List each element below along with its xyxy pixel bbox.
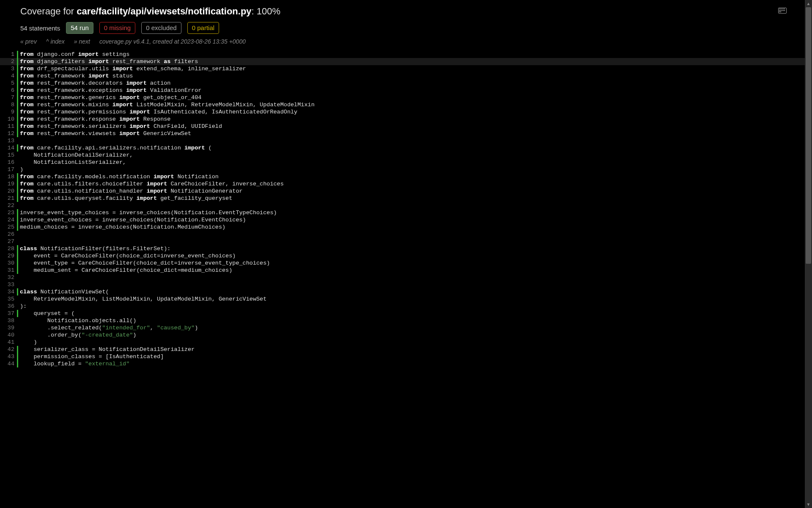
source-line[interactable]: 34class NotificationViewSet( <box>0 288 812 295</box>
source-line[interactable]: 43 permission_classes = [IsAuthenticated… <box>0 353 812 360</box>
source-line[interactable]: 35 RetrieveModelMixin, ListModelMixin, U… <box>0 295 812 303</box>
line-number: 23 <box>0 209 17 216</box>
source-line[interactable]: 28class NotificationFilter(filters.Filte… <box>0 245 812 252</box>
source-line[interactable]: 6from rest_framework.exceptions import V… <box>0 87 812 94</box>
excluded-pill[interactable]: 0 excluded <box>141 22 181 34</box>
line-number: 13 <box>0 137 17 144</box>
coverage-meta: coverage.py v6.4.1, created at 2023-08-2… <box>99 38 246 45</box>
source-line[interactable]: 42 serializer_class = NotificationDetail… <box>0 346 812 353</box>
source-line[interactable]: 31 medium_sent = CareChoiceFilter(choice… <box>0 267 812 274</box>
prev-link[interactable]: « prev <box>20 38 37 45</box>
code-text: from rest_framework.mixins import ListMo… <box>18 101 315 108</box>
line-number: 18 <box>0 173 17 180</box>
code-text: from rest_framework.decorators import ac… <box>18 80 170 87</box>
source-line[interactable]: 15 NotificationDetailSerializer, <box>0 152 812 159</box>
source-line[interactable]: 36): <box>0 303 812 310</box>
code-text: inverse_event_choices = inverse_choices(… <box>18 216 246 224</box>
code-text: ) <box>18 166 23 173</box>
source-line[interactable]: 17) <box>0 166 812 173</box>
run-pill[interactable]: 54 run <box>66 22 93 34</box>
scroll-up-arrow-icon[interactable]: ▲ <box>805 0 812 7</box>
line-number: 19 <box>0 180 17 188</box>
source-line[interactable]: 29 event = CareChoiceFilter(choice_dict=… <box>0 252 812 260</box>
source-line[interactable]: 21from care.utils.queryset.facility impo… <box>0 195 812 202</box>
line-number: 26 <box>0 231 17 238</box>
line-number: 10 <box>0 116 17 123</box>
source-line[interactable]: 8from rest_framework.mixins import ListM… <box>0 101 812 108</box>
keyboard-shortcuts-icon[interactable] <box>778 8 787 14</box>
source-line[interactable]: 4from rest_framework import status <box>0 72 812 80</box>
scroll-track[interactable] <box>805 7 812 367</box>
source-line[interactable]: 11from rest_framework.serializers import… <box>0 123 812 130</box>
source-line[interactable]: 33 <box>0 281 812 288</box>
code-text: NotificationListSerializer, <box>18 159 126 166</box>
source-line[interactable]: 23inverse_event_type_choices = inverse_c… <box>0 209 812 216</box>
source-line[interactable]: 10from rest_framework.response import Re… <box>0 116 812 123</box>
source-line[interactable]: 44 lookup_field = "external_id" <box>0 360 812 367</box>
source-line[interactable]: 40 .order_by("-created_date") <box>0 331 812 339</box>
source-line[interactable]: 27 <box>0 238 812 245</box>
code-text <box>18 202 20 209</box>
index-link[interactable]: ^ index <box>46 38 65 45</box>
source-line[interactable]: 16 NotificationListSerializer, <box>0 159 812 166</box>
line-number: 4 <box>0 72 17 80</box>
source-line[interactable]: 37 queryset = ( <box>0 310 812 317</box>
line-number: 3 <box>0 65 17 72</box>
code-text: from rest_framework.response import Resp… <box>18 116 170 123</box>
missing-pill[interactable]: 0 missing <box>99 22 135 34</box>
source-line[interactable]: 20from care.utils.notification_handler i… <box>0 188 812 195</box>
code-text: queryset = ( <box>18 310 75 317</box>
file-path: care/facility/api/viewsets/notification.… <box>77 6 251 17</box>
line-number: 27 <box>0 238 17 245</box>
line-number: 1 <box>0 51 17 58</box>
source-line[interactable]: 2from django_filters import rest_framewo… <box>0 58 812 65</box>
source-line[interactable]: 13 <box>0 137 812 144</box>
source-line[interactable]: 41 ) <box>0 339 812 346</box>
source-line[interactable]: 24inverse_event_choices = inverse_choice… <box>0 216 812 224</box>
code-text: inverse_event_type_choices = inverse_cho… <box>18 209 277 216</box>
source-line[interactable]: 22 <box>0 202 812 209</box>
line-number: 43 <box>0 353 17 360</box>
scroll-thumb[interactable] <box>806 7 811 264</box>
line-number: 33 <box>0 281 17 288</box>
source-line[interactable]: 19from care.utils.filters.choicefilter i… <box>0 180 812 188</box>
line-number: 15 <box>0 152 17 159</box>
code-text: class NotificationFilter(filters.FilterS… <box>18 245 170 252</box>
code-text: RetrieveModelMixin, ListModelMixin, Upda… <box>18 295 266 303</box>
line-number: 38 <box>0 317 17 324</box>
code-text: from care.facility.models.notification i… <box>18 173 219 180</box>
code-text <box>18 137 20 144</box>
code-text: ) <box>18 339 37 346</box>
line-number: 35 <box>0 295 17 303</box>
source-line[interactable]: 25medium_choices = inverse_choices(Notif… <box>0 224 812 231</box>
source-line[interactable]: 9from rest_framework.permissions import … <box>0 108 812 116</box>
coverage-percent: 100% <box>257 6 280 17</box>
source-line[interactable]: 12from rest_framework.viewsets import Ge… <box>0 130 812 137</box>
vertical-scrollbar[interactable]: ▲ ▼ <box>805 0 812 367</box>
source-line[interactable]: 1from django.conf import settings <box>0 51 812 58</box>
source-line[interactable]: 39 .select_related("intended_for", "caus… <box>0 324 812 331</box>
code-text: from rest_framework.serializers import C… <box>18 123 222 130</box>
line-number: 8 <box>0 101 17 108</box>
source-line[interactable]: 32 <box>0 274 812 281</box>
source-listing: 1from django.conf import settings2from d… <box>0 51 812 367</box>
source-line[interactable]: 30 event_type = CareChoiceFilter(choice_… <box>0 260 812 267</box>
code-text: from rest_framework.viewsets import Gene… <box>18 130 191 137</box>
source-line[interactable]: 26 <box>0 231 812 238</box>
partial-pill[interactable]: 0 partial <box>187 22 219 34</box>
source-line[interactable]: 5from rest_framework.decorators import a… <box>0 80 812 87</box>
source-line[interactable]: 7from rest_framework.generics import get… <box>0 94 812 101</box>
next-link[interactable]: » next <box>74 38 90 45</box>
coverage-header: Coverage for care/facility/api/viewsets/… <box>0 0 812 47</box>
line-number: 6 <box>0 87 17 94</box>
source-line[interactable]: 14from care.facility.api.serializers.not… <box>0 144 812 152</box>
code-text: medium_sent = CareChoiceFilter(choice_di… <box>18 267 232 274</box>
source-line[interactable]: 38 Notification.objects.all() <box>0 317 812 324</box>
code-text: from rest_framework import status <box>18 72 133 80</box>
line-number: 30 <box>0 260 17 267</box>
line-number: 5 <box>0 80 17 87</box>
source-line[interactable]: 18from care.facility.models.notification… <box>0 173 812 180</box>
line-number: 20 <box>0 188 17 195</box>
source-line[interactable]: 3from drf_spectacular.utils import exten… <box>0 65 812 72</box>
line-number: 9 <box>0 108 17 116</box>
